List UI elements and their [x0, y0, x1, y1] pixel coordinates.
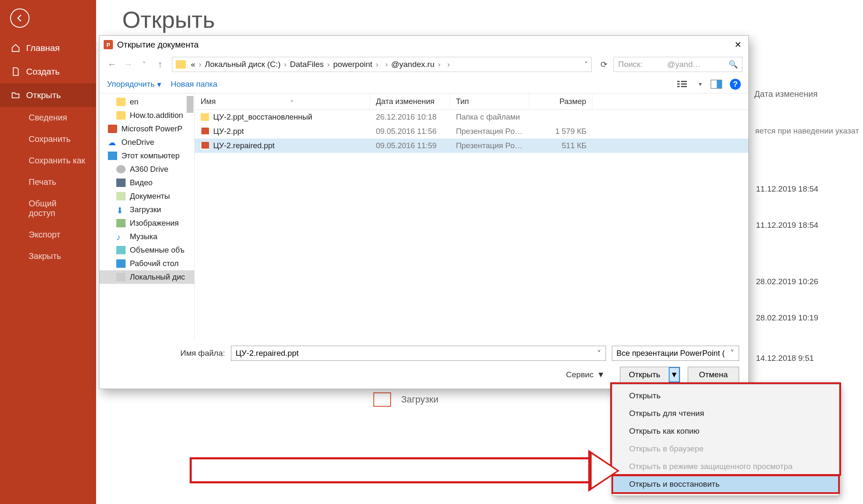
filename-input[interactable]: ЦУ-2.repaired.ppt ˅ [231, 346, 606, 361]
nav-label: Открыть [26, 90, 61, 100]
chevron-right-icon: › [445, 60, 451, 69]
breadcrumb-segment[interactable]: @yandex.ru [389, 60, 436, 69]
nav-sub-0[interactable]: Сведения [0, 107, 96, 128]
tree-item[interactable]: Изображения [99, 216, 194, 230]
col-size[interactable]: Размер [529, 93, 592, 109]
preview-pane-icon[interactable] [710, 80, 722, 89]
file-type-select[interactable]: Все презентации PowerPoint ( ˅ [612, 346, 739, 361]
annotation-arrow-body [190, 457, 594, 483]
tree-item[interactable]: en [99, 95, 194, 109]
nav-sub-3[interactable]: Печать [0, 171, 96, 193]
nav-sub-4[interactable]: Общий доступ [0, 193, 96, 224]
help-icon[interactable]: ? [730, 79, 741, 90]
open-menu-item: Открыть в режиме защищенного просмотра [612, 458, 839, 475]
cancel-button[interactable]: Отмена [688, 367, 739, 383]
chevron-down-icon[interactable]: ▼ [698, 81, 703, 87]
open-file-dialog: P Открытие документа ✕ ← → ˅ ↑ «›Локальн… [99, 35, 749, 389]
tree-item[interactable]: ♪Музыка [99, 230, 194, 243]
open-menu-item[interactable]: Открыть и восстановить [612, 475, 839, 493]
bg-date: 28.02.2019 10:26 [756, 277, 818, 286]
address-bar[interactable]: «›Локальный диск (C:)›DataFiles›powerpoi… [172, 57, 592, 72]
chevron-down-icon: ▼ [597, 370, 605, 379]
home-icon [11, 43, 20, 53]
new-folder-button[interactable]: Новая папка [171, 80, 217, 89]
chevron-right-icon: › [383, 60, 389, 69]
svg-rect-2 [677, 86, 680, 87]
nav-sub-1[interactable]: Сохранить [0, 128, 96, 150]
tree-item[interactable]: Объемные объ [99, 243, 194, 257]
chevron-down-icon[interactable]: ˅ [137, 58, 151, 71]
breadcrumb-segment[interactable]: DataFiles [288, 60, 325, 69]
open-mode-menu: ОткрытьОткрыть для чтенияОткрыть как коп… [612, 384, 839, 496]
powerpoint-icon: P [104, 40, 113, 49]
tree-item[interactable]: How.to.addition [99, 109, 194, 122]
tree-item[interactable]: Видео [99, 176, 194, 189]
tree-item[interactable]: Microsoft PowerP [99, 122, 194, 136]
file-list: Имя^ Дата изменения Тип Размер ЦУ-2.ppt_… [195, 93, 748, 339]
chevron-down-icon[interactable]: ˅ [597, 349, 601, 358]
chevron-right-icon: › [374, 60, 380, 69]
organize-button[interactable]: Упорядочить ▾ [107, 80, 161, 89]
open-menu-item[interactable]: Открыть [612, 387, 839, 405]
col-type[interactable]: Тип [450, 93, 529, 109]
back-button[interactable] [10, 8, 29, 28]
svg-rect-3 [681, 81, 687, 82]
nav-new[interactable]: Создать [0, 60, 96, 83]
up-icon[interactable]: ↑ [153, 58, 167, 71]
chevron-down-icon[interactable]: ˅ [584, 61, 588, 69]
service-menu[interactable]: Сервис ▼ [566, 370, 605, 379]
tree-item[interactable]: ☁OneDrive [99, 136, 194, 149]
view-icon[interactable] [677, 80, 690, 89]
tree-item[interactable]: Этот компьютер [99, 149, 194, 163]
file-row[interactable]: ЦУ-2.ppt09.05.2016 11:56Презентация Pow…… [195, 124, 748, 139]
nav-sub-6[interactable]: Закрыть [0, 245, 96, 267]
folder-open-icon [11, 91, 20, 100]
tree-item[interactable]: A360 Drive [99, 163, 194, 176]
open-menu-item[interactable]: Открыть как копию [612, 422, 839, 440]
refresh-icon[interactable]: ⟳ [597, 57, 611, 72]
col-name[interactable]: Имя^ [195, 93, 370, 109]
filename-label: Имя файла: [180, 349, 225, 358]
close-button[interactable]: ✕ [732, 38, 744, 51]
breadcrumb-segment[interactable]: Локальный диск (C:) [203, 60, 282, 69]
search-hint: @yand… [667, 60, 701, 69]
chevron-down-icon: ˅ [730, 349, 734, 358]
forward-icon[interactable]: → [121, 58, 135, 71]
bg-downloads-label: Загрузки [401, 394, 439, 405]
scrollbar[interactable] [187, 96, 193, 113]
annotation-arrow-head [590, 451, 619, 490]
page-title: Открыть [122, 6, 215, 33]
explorer-toolbar: Упорядочить ▾ Новая папка ▼ ? [99, 75, 748, 93]
nav-open[interactable]: Открыть [0, 83, 96, 107]
chevron-right-icon: › [436, 60, 442, 69]
nav-home[interactable]: Главная [0, 36, 96, 60]
open-menu-item: Открыть в браузере [612, 440, 839, 458]
search-icon: 🔍 [729, 60, 738, 69]
open-button[interactable]: Открыть ▼ [620, 367, 680, 383]
back-icon[interactable]: ← [105, 58, 119, 71]
bg-date: 11.12.2019 18:54 [756, 184, 818, 194]
open-dropdown-button[interactable]: ▼ [669, 367, 680, 382]
svg-rect-5 [681, 86, 687, 87]
col-date[interactable]: Дата изменения [370, 93, 450, 109]
bg-hint: яется при наведении указат [755, 126, 859, 136]
tree-item[interactable]: Рабочий стол [99, 257, 194, 270]
file-row[interactable]: ЦУ-2.repaired.ppt09.05.2016 11:59Презент… [195, 139, 748, 153]
svg-rect-0 [677, 81, 680, 82]
breadcrumb-segment[interactable]: powerpoint [332, 60, 374, 69]
tree-item[interactable]: Локальный дис [99, 270, 194, 284]
column-headers: Имя^ Дата изменения Тип Размер [195, 93, 748, 110]
tree-item[interactable]: ⬇Загрузки [99, 203, 194, 216]
nav-sub-2[interactable]: Сохранить как [0, 150, 96, 171]
tree-item[interactable]: Документы [99, 189, 194, 203]
chevron-right-icon: › [282, 60, 288, 69]
nav-sub-5[interactable]: Экспорт [0, 224, 96, 245]
bg-downloads-row: Загрузки [373, 392, 439, 407]
nav-label: Создать [26, 67, 60, 77]
file-row[interactable]: ЦУ-2.ppt_восстановленный26.12.2016 10:18… [195, 110, 748, 124]
breadcrumb-segment[interactable]: « [189, 60, 197, 69]
backstage-sidebar: Главная Создать Открыть СведенияСохранит… [0, 0, 96, 504]
file-icon [11, 67, 20, 76]
search-input[interactable]: Поиск: @yand… 🔍 [614, 57, 742, 72]
open-menu-item[interactable]: Открыть для чтения [612, 405, 839, 422]
